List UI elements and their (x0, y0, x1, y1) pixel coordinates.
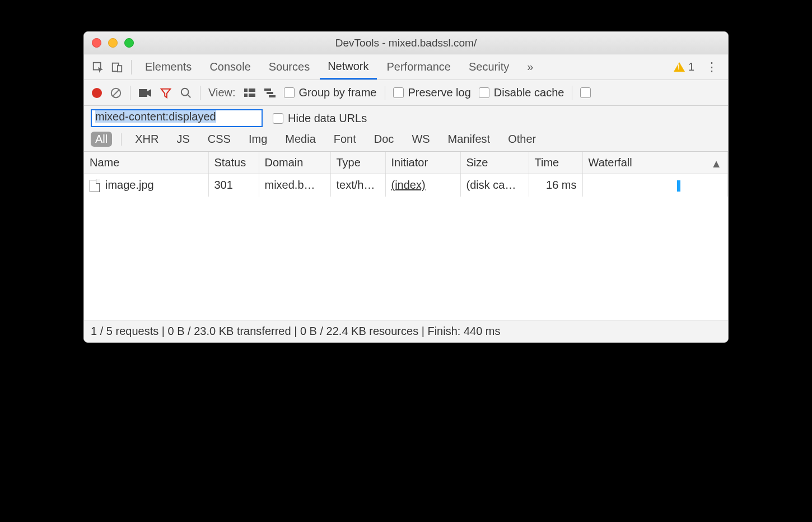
device-toolbar-icon[interactable] (109, 59, 125, 76)
group-by-frame-label: Group by frame (299, 86, 377, 99)
separator (385, 86, 385, 100)
search-icon[interactable] (180, 87, 192, 99)
table-header-row: Name Status Domain Type Initiator Size T… (84, 152, 728, 174)
filter-icon[interactable] (160, 87, 172, 99)
tab-performance[interactable]: Performance (379, 54, 459, 80)
col-domain[interactable]: Domain (259, 152, 330, 174)
type-filter-img[interactable]: Img (244, 132, 272, 147)
large-rows-icon[interactable] (244, 88, 256, 98)
tab-console[interactable]: Console (202, 54, 258, 80)
preserve-log-checkbox[interactable]: Preserve log (393, 86, 471, 99)
tab-overflow[interactable]: » (519, 54, 541, 80)
cell-name: image.jpg (84, 174, 208, 197)
tab-network[interactable]: Network (320, 54, 376, 80)
waterfall-view-icon[interactable] (264, 88, 276, 98)
cell-status: 301 (208, 174, 259, 197)
group-by-frame-checkbox[interactable]: Group by frame (284, 86, 377, 99)
col-time[interactable]: Time (529, 152, 582, 174)
col-initiator[interactable]: Initiator (385, 152, 460, 174)
col-type[interactable]: Type (330, 152, 385, 174)
svg-point-6 (181, 88, 189, 95)
titlebar: DevTools - mixed.badssl.com/ (84, 32, 728, 54)
devtools-window: DevTools - mixed.badssl.com/ Elements Co… (83, 31, 729, 343)
filter-input-value: mixed-content:displayed (95, 110, 216, 123)
tab-security[interactable]: Security (461, 54, 517, 80)
type-filter-doc[interactable]: Doc (370, 132, 399, 147)
preserve-log-label: Preserve log (408, 86, 471, 99)
col-status[interactable]: Status (208, 152, 259, 174)
separator (572, 86, 572, 100)
col-size[interactable]: Size (460, 152, 529, 174)
cell-time: 16 ms (529, 174, 582, 197)
filter-row: mixed-content:displayed Hide data URLs (84, 106, 728, 129)
hide-data-urls-label: Hide data URLs (288, 112, 367, 125)
cell-waterfall (582, 174, 728, 197)
tab-elements[interactable]: Elements (137, 54, 199, 80)
warnings-badge[interactable]: 1 (674, 60, 694, 73)
svg-rect-5 (139, 89, 147, 97)
cell-domain: mixed.b… (259, 174, 330, 197)
requests-table-wrap: Name Status Domain Type Initiator Size T… (84, 152, 728, 320)
type-filter-font[interactable]: Font (329, 132, 361, 147)
filter-input[interactable]: mixed-content:displayed (91, 109, 263, 127)
svg-rect-10 (244, 94, 248, 97)
separator (200, 86, 200, 100)
record-button[interactable] (92, 88, 102, 98)
table-row[interactable]: image.jpg 301 mixed.b… text/h… (index) (… (84, 174, 728, 197)
cell-size: (disk ca… (460, 174, 529, 197)
type-filter-js[interactable]: JS (172, 132, 194, 147)
type-filter-xhr[interactable]: XHR (130, 132, 163, 147)
clear-icon[interactable] (110, 87, 122, 99)
type-filter-ws[interactable]: WS (407, 132, 434, 147)
warning-icon (674, 62, 685, 72)
separator (130, 86, 130, 100)
type-filter-other[interactable]: Other (503, 132, 540, 147)
waterfall-bar (677, 180, 680, 192)
requests-table: Name Status Domain Type Initiator Size T… (84, 152, 728, 197)
type-filter-row: All XHR JS CSS Img Media Font Doc WS Man… (84, 129, 728, 152)
cell-type: text/h… (330, 174, 385, 197)
network-toolbar: View: Group by frame Preserve log Disabl… (84, 80, 728, 106)
svg-line-4 (113, 90, 119, 96)
tab-sources[interactable]: Sources (261, 54, 318, 80)
hide-data-urls-checkbox[interactable]: Hide data URLs (273, 112, 367, 125)
offline-checkbox[interactable] (580, 87, 591, 98)
svg-rect-12 (264, 88, 271, 91)
disable-cache-label: Disable cache (494, 86, 564, 99)
svg-rect-9 (249, 88, 255, 92)
type-filter-all[interactable]: All (91, 132, 112, 147)
disable-cache-checkbox[interactable]: Disable cache (479, 86, 564, 99)
checkbox-icon (479, 87, 489, 98)
svg-rect-14 (269, 95, 276, 97)
checkbox-icon (284, 87, 295, 98)
inspect-element-icon[interactable] (90, 59, 106, 76)
type-filter-media[interactable]: Media (281, 132, 320, 147)
file-icon (90, 180, 100, 192)
warning-count: 1 (688, 60, 694, 73)
sort-indicator-icon: ▲ (711, 157, 722, 170)
main-tabbar: Elements Console Sources Network Perform… (84, 54, 728, 80)
window-title: DevTools - mixed.badssl.com/ (84, 37, 728, 49)
type-filter-manifest[interactable]: Manifest (444, 132, 495, 147)
separator (121, 133, 122, 146)
type-filter-css[interactable]: CSS (203, 132, 235, 147)
checkbox-icon (393, 87, 404, 98)
separator (131, 60, 132, 74)
col-waterfall[interactable]: Waterfall▲ (582, 152, 728, 174)
svg-rect-2 (118, 66, 122, 72)
col-name[interactable]: Name (84, 152, 208, 174)
checkbox-icon (273, 113, 283, 124)
more-menu-icon[interactable]: ⋮ (701, 60, 722, 74)
view-label: View: (208, 86, 236, 99)
svg-rect-8 (244, 88, 248, 92)
svg-rect-13 (267, 92, 273, 94)
svg-rect-11 (249, 94, 255, 97)
status-bar: 1 / 5 requests | 0 B / 23.0 KB transferr… (84, 320, 728, 342)
camera-icon[interactable] (138, 88, 152, 98)
cell-initiator: (index) (385, 174, 460, 197)
svg-line-7 (188, 94, 191, 97)
